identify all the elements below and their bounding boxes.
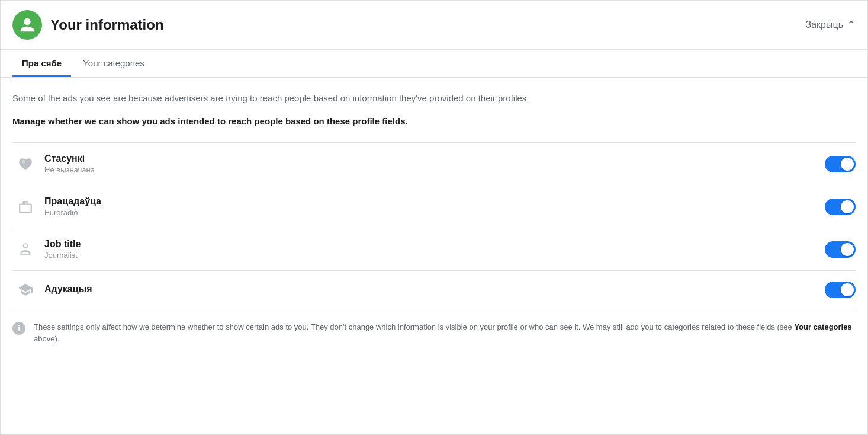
content-area: Some of the ads you see are because adve…	[1, 78, 867, 354]
header-left: Your information	[12, 10, 164, 40]
item-sublabel-relationship: Не вызначана	[44, 165, 825, 174]
description-text: Some of the ads you see are because adve…	[12, 92, 856, 105]
footer-bold: Your categories	[794, 322, 851, 331]
item-label-relationship: Стасункі	[44, 153, 825, 164]
footer-note-text: These settings only affect how we determ…	[34, 321, 856, 344]
briefcase-icon	[12, 199, 38, 215]
page-title: Your information	[50, 17, 164, 33]
tabs-bar: Пра сябе Your categories	[1, 50, 867, 78]
close-label: Закрыць	[806, 20, 843, 30]
graduation-icon	[12, 282, 38, 298]
item-sublabel-jobtitle: Journalist	[44, 251, 825, 260]
tab-about[interactable]: Пра сябе	[12, 50, 71, 77]
items-list: Стасункі Не вызначана	[12, 142, 856, 309]
app-logo	[12, 10, 42, 40]
item-text-education: Адукацыя	[38, 284, 825, 296]
item-label-jobtitle: Job title	[44, 239, 825, 250]
item-label-employer: Працадаўца	[44, 196, 825, 207]
toggle-employer[interactable]	[825, 199, 856, 215]
item-sublabel-employer: Euroradio	[44, 208, 825, 217]
heart-icon	[12, 156, 38, 172]
info-icon: i	[12, 322, 25, 335]
item-text-employer: Працадаўца Euroradio	[38, 196, 825, 217]
main-container: Your information Закрыць ⌃ Пра сябе Your…	[0, 0, 868, 435]
chevron-up-icon: ⌃	[847, 18, 856, 31]
toggle-jobtitle[interactable]	[825, 241, 856, 258]
item-label-education: Адукацыя	[44, 284, 825, 295]
close-button[interactable]: Закрыць ⌃	[806, 18, 856, 31]
footer-note: i These settings only affect how we dete…	[12, 309, 856, 344]
item-text-relationship: Стасункі Не вызначана	[38, 153, 825, 174]
manage-text: Manage whether we can show you ads inten…	[12, 115, 856, 129]
tab-categories[interactable]: Your categories	[73, 50, 154, 77]
item-text-jobtitle: Job title Journalist	[38, 239, 825, 260]
person-icon	[19, 17, 36, 33]
list-item: Працадаўца Euroradio	[12, 185, 856, 228]
person-badge-icon	[12, 242, 38, 257]
list-item: Job title Journalist	[12, 228, 856, 271]
svg-point-0	[22, 159, 25, 162]
list-item: Адукацыя	[12, 271, 856, 309]
list-item: Стасункі Не вызначана	[12, 143, 856, 185]
toggle-relationship[interactable]	[825, 156, 856, 172]
toggle-education[interactable]	[825, 282, 856, 298]
header: Your information Закрыць ⌃	[1, 1, 867, 50]
